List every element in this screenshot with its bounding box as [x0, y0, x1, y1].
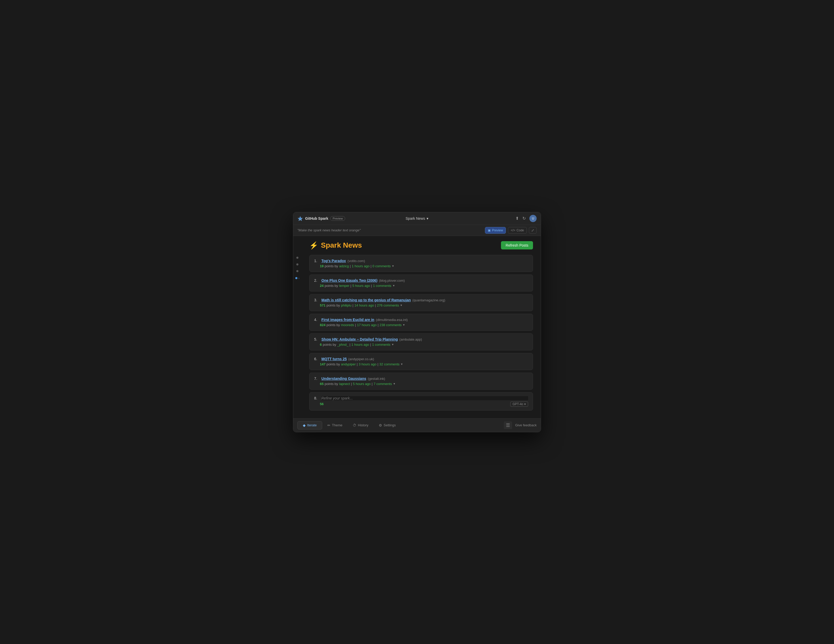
- news-title-4[interactable]: First images from Euclid are in: [322, 318, 374, 322]
- app-window: GitHub Spark Preview Spark News ▾ ⬆ ↻ U …: [293, 212, 541, 432]
- prompt-text: "Make the spark news header text orange": [297, 228, 482, 232]
- code-tab-button[interactable]: </> Code: [508, 227, 527, 234]
- iterate-tab[interactable]: ◆ Iterate: [297, 421, 322, 429]
- news-domain-1: (votito.com): [348, 259, 365, 263]
- history-label: History: [358, 423, 368, 427]
- news-comments-5[interactable]: 1 comments: [372, 343, 390, 347]
- news-number-8: 8.: [314, 396, 320, 400]
- news-comments-2[interactable]: 1 comments: [373, 284, 391, 288]
- news-points-7: 65: [320, 382, 323, 386]
- news-user-7[interactable]: lapnect: [339, 382, 350, 386]
- news-number-6: 6.: [314, 357, 320, 361]
- settings-icon: ⚙: [379, 423, 382, 427]
- menu-icon[interactable]: ☰: [504, 421, 512, 429]
- chevron-icon-7[interactable]: ▾: [393, 382, 395, 386]
- code-tab-label: Code: [516, 229, 524, 232]
- svg-point-1: [299, 218, 301, 219]
- gpt-chevron-icon: ▾: [524, 402, 526, 406]
- news-domain-3: (quantamagazine.org): [412, 298, 445, 302]
- lightning-icon: ⚡: [309, 241, 318, 250]
- refine-input[interactable]: [322, 396, 528, 400]
- avatar[interactable]: U: [529, 215, 537, 222]
- dot-arrow-icon: ›: [298, 277, 299, 280]
- news-item-3: 3. Math is still catching up to the geni…: [309, 294, 533, 311]
- news-domain-2: (blog.plover.com): [379, 279, 405, 282]
- iterate-icon: ◆: [303, 423, 305, 427]
- preview-tab-label: Preview: [492, 229, 503, 232]
- preview-tab-icon: ▣: [488, 229, 491, 232]
- spark-news-text: Spark News: [321, 241, 362, 249]
- refresh-icon[interactable]: ↻: [522, 216, 526, 221]
- news-number-2: 2.: [314, 278, 320, 282]
- news-domain-4: (dlmultimedia.esa.int): [376, 318, 408, 322]
- share-icon[interactable]: ⬆: [516, 216, 519, 221]
- titlebar-left: GitHub Spark Preview: [297, 216, 402, 221]
- news-comments-3[interactable]: 276 comments: [377, 303, 399, 307]
- news-number-1: 1.: [314, 259, 320, 263]
- chevron-icon-5[interactable]: ▾: [392, 343, 393, 346]
- chevron-icon-6[interactable]: ▾: [401, 362, 402, 366]
- news-title-2[interactable]: One Plus One Equals Two (2006): [322, 278, 377, 282]
- news-title-6[interactable]: MQTT turns 25: [322, 357, 347, 361]
- news-points-label-4: points by: [326, 323, 340, 327]
- github-spark-logo: [297, 216, 303, 221]
- news-item-6: 6. MQTT turns 25 (andypiper.co.uk) 147 p…: [309, 353, 533, 370]
- news-domain-5: (ambulate.app): [399, 337, 422, 341]
- chevron-icon-3[interactable]: ▾: [401, 303, 402, 307]
- news-title-3[interactable]: Math is still catching up to the genius …: [322, 298, 411, 302]
- titlebar-right: ⬆ ↻ U: [432, 215, 537, 222]
- history-tab[interactable]: ⏱ History: [348, 421, 373, 429]
- chevron-icon-1[interactable]: ▾: [392, 264, 394, 268]
- news-points-label-6: points by: [326, 362, 340, 366]
- news-user-1[interactable]: adzicg: [339, 264, 349, 268]
- news-points-1: 19: [320, 264, 323, 268]
- news-title-5[interactable]: Show HN: Ambulate – Detailed Trip Planni…: [322, 337, 398, 341]
- news-comments-7[interactable]: 7 comments: [373, 382, 392, 386]
- news-item-8: 8. 56 GPT-4o ▾: [309, 392, 533, 411]
- news-title-7[interactable]: Understanding Gaussians: [322, 376, 366, 381]
- news-item-7: 7. Understanding Gaussians (gestalt.ink)…: [309, 373, 533, 390]
- news-time-7: 5 hours ago: [353, 382, 371, 386]
- titlebar: GitHub Spark Preview Spark News ▾ ⬆ ↻ U: [293, 212, 541, 225]
- news-title-1[interactable]: Tog's Paradox: [322, 259, 346, 263]
- titlebar-center-title[interactable]: Spark News ▾: [406, 216, 428, 221]
- news-time-1: 1 hours ago: [352, 264, 370, 268]
- news-time-2: 5 hours ago: [352, 284, 370, 288]
- news-number-4: 4.: [314, 318, 320, 322]
- sidebar-dot-1[interactable]: [296, 257, 298, 259]
- sidebar-dot-2[interactable]: [296, 263, 298, 265]
- toolbar: "Make the spark news header text orange"…: [293, 225, 541, 236]
- expand-button[interactable]: ⤢: [529, 227, 537, 234]
- news-points-8: 56: [320, 402, 323, 406]
- refresh-posts-button[interactable]: Refresh Posts: [501, 241, 533, 249]
- chevron-icon-4[interactable]: ▾: [403, 323, 405, 327]
- news-time-4: 17 hours ago: [357, 323, 377, 327]
- news-user-6[interactable]: andypiper: [341, 362, 356, 366]
- news-user-5[interactable]: _phnd_: [337, 343, 348, 347]
- gpt-model-selector[interactable]: GPT-4o ▾: [510, 402, 528, 407]
- feedback-link[interactable]: Give feedback: [515, 423, 537, 427]
- center-title-chevron: ▾: [427, 216, 428, 221]
- settings-tab[interactable]: ⚙ Settings: [373, 421, 401, 429]
- news-comments-6[interactable]: 32 comments: [379, 362, 399, 366]
- news-user-3[interactable]: philiplu: [341, 303, 351, 307]
- news-points-label-3: points by: [326, 303, 340, 307]
- theme-tab[interactable]: ✏ Theme: [322, 421, 348, 429]
- theme-label: Theme: [332, 423, 342, 427]
- news-user-2[interactable]: lemper: [339, 284, 349, 288]
- news-comments-4[interactable]: 238 comments: [380, 323, 401, 327]
- sidebar-dot-3[interactable]: [296, 270, 298, 272]
- news-number-7: 7.: [314, 376, 320, 381]
- bottom-right: ☰ Give feedback: [504, 421, 537, 429]
- chevron-icon-2[interactable]: ▾: [393, 284, 394, 287]
- sidebar-dot-4[interactable]: [295, 277, 297, 279]
- news-points-5: 6: [320, 343, 322, 347]
- app-header: ⚡ Spark News Refresh Posts: [309, 241, 533, 250]
- news-user-4[interactable]: mooreds: [341, 323, 354, 327]
- preview-tab-button[interactable]: ▣ Preview: [485, 227, 506, 234]
- code-tab-icon: </>: [511, 229, 515, 232]
- gpt-model-label: GPT-4o: [512, 402, 523, 406]
- theme-icon: ✏: [327, 423, 330, 427]
- news-points-label-2: points by: [325, 284, 338, 288]
- news-comments-1[interactable]: 0 comments: [373, 264, 391, 268]
